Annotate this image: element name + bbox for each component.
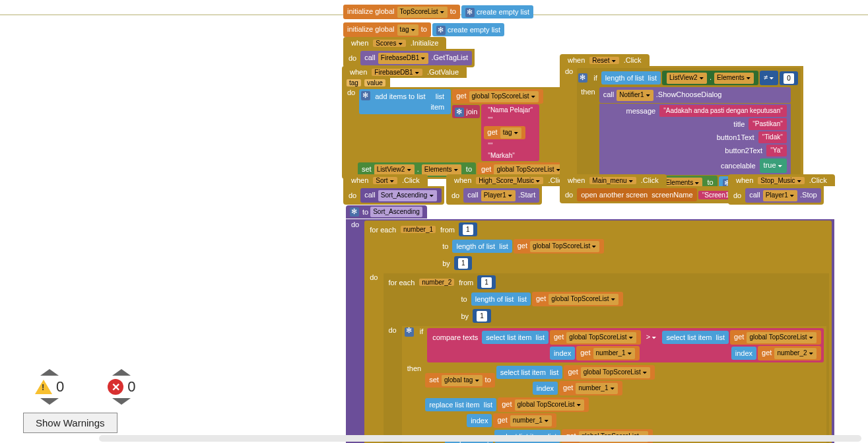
arrow-up-icon[interactable] (112, 369, 131, 376)
when-scores-initialize[interactable]: when Scores .Initialize do call Firebase… (343, 37, 475, 67)
show-warnings-button[interactable]: Show Warnings (23, 413, 117, 433)
arrow-down-icon[interactable] (112, 398, 131, 405)
gear-icon[interactable] (578, 73, 587, 83)
when-music-click[interactable]: whenHigh_Score_Music.Click do call Playe… (446, 174, 574, 205)
proc-sort-ascending[interactable]: to Sort_Ascending do for each number_1 f… (346, 205, 834, 443)
gear-icon[interactable] (405, 327, 414, 337)
gear-icon[interactable] (455, 108, 464, 117)
when-sort-click[interactable]: whenSort.Click do call Sort_Ascending (343, 174, 444, 205)
gear-icon[interactable] (436, 26, 446, 35)
error-icon: ✕ (108, 379, 123, 395)
horizontal-scrollbar[interactable] (99, 435, 861, 442)
init-topscorelist-block[interactable]: initialize global TopScoreList to create… (343, 4, 533, 20)
warning-icon (35, 380, 52, 394)
gear-icon[interactable] (465, 8, 475, 17)
var-name[interactable]: tag (397, 24, 418, 36)
gear-icon[interactable] (361, 91, 370, 100)
init-tag-block[interactable]: initialize global tag to create empty li… (343, 22, 504, 38)
when-mainmenu-click[interactable]: whenMain_menu.Click do open another scre… (560, 174, 738, 203)
gear-icon[interactable] (350, 207, 359, 217)
arrow-up-icon[interactable] (40, 369, 59, 376)
warnings-panel: 0 ✕0 Show Warnings (23, 366, 148, 433)
when-gotvalue[interactable]: when FirebaseDB1 .GotValue tag value do … (342, 66, 571, 179)
arrow-down-icon[interactable] (40, 398, 59, 405)
when-stopmusic-click[interactable]: whenStop_Music.Click do call Player1 .St… (728, 174, 835, 205)
var-name[interactable]: TopScoreList (397, 7, 448, 18)
